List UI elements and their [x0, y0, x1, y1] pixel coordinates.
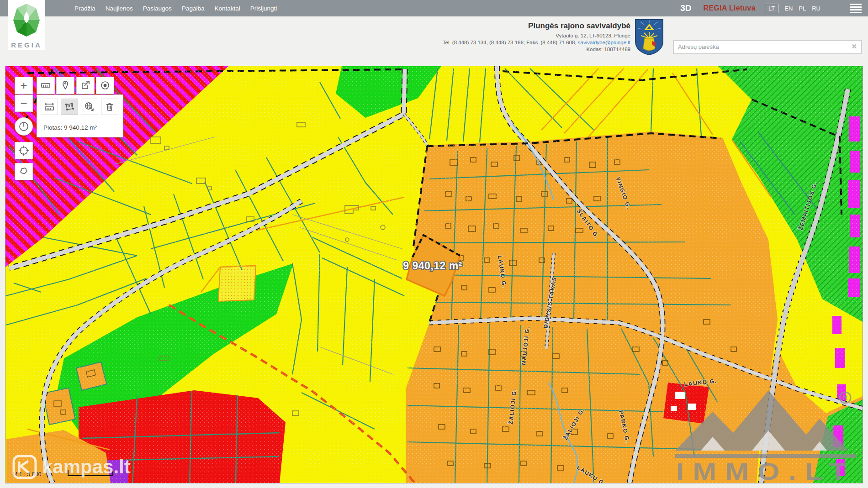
nav-item-paslaugos[interactable]: Paslaugos [139, 5, 176, 12]
search-clear-icon[interactable]: ✕ [851, 42, 857, 51]
regia-gem-icon [12, 3, 41, 38]
marker-tool-button[interactable] [56, 77, 74, 94]
measure-tool-button[interactable] [37, 77, 55, 94]
zoom-in-button[interactable]: + [15, 77, 33, 94]
address-search-box: ✕ [673, 40, 862, 54]
map-pin-icon [60, 80, 71, 91]
email-link[interactable]: savivaldybe@plunge.lt [578, 40, 630, 45]
main-menu: Pradžia Naujienos Paslaugos Pagalba Kont… [70, 0, 281, 16]
length-ruler-icon [44, 101, 55, 112]
address-search-input[interactable] [674, 41, 847, 52]
share-icon [80, 80, 91, 91]
nav-right-group: 3D REGIA Lietuva LT EN PL RU [680, 0, 862, 16]
municipality-title: Plungės rajono savivaldybė [443, 21, 630, 31]
point-info-button[interactable] [96, 77, 114, 94]
area-measure-icon [64, 101, 75, 112]
regia-logo[interactable]: REGIA [8, 0, 45, 50]
view-3d-button[interactable]: 3D [680, 3, 691, 13]
phone-text: Tel. (8 448) 73 134, (8 448) 73 166; Fak… [443, 40, 577, 45]
plus-icon: + [20, 79, 27, 91]
regia-logo-text: REGIA [8, 41, 45, 49]
scale-label: M 1 : 5 000 [13, 471, 42, 478]
language-en-button[interactable]: EN [784, 5, 793, 12]
clock-icon [18, 121, 29, 132]
coat-of-arms [634, 18, 664, 58]
hamburger-menu-icon[interactable] [850, 4, 862, 13]
measure-panel: Plotas: 9 940,12 m² [37, 94, 123, 137]
share-tool-button[interactable] [76, 77, 95, 94]
language-ru-button[interactable]: RU [812, 5, 820, 12]
parcel-area-label: 9 940,12 m² [403, 260, 462, 272]
municipality-code: Kodas: 188714469 [443, 46, 630, 53]
measure-coordinates-button[interactable] [81, 99, 98, 115]
nav-item-pagalba[interactable]: Pagalba [178, 5, 209, 12]
geolocate-button[interactable] [15, 142, 33, 159]
time-slider-button[interactable] [15, 117, 33, 136]
map-viewport[interactable]: 9 940,12 m² ŠLAITO G. VINGIO G. DIDYSIS … [5, 66, 863, 483]
minus-icon: − [20, 97, 27, 109]
area-readout: Plotas: 9 940,12 m² [43, 124, 97, 131]
top-navigation-bar: Pradžia Naujienos Paslaugos Pagalba Kont… [0, 0, 868, 16]
zoom-out-button[interactable]: − [15, 94, 33, 112]
crosshair-icon [18, 145, 29, 156]
municipality-contacts: Tel. (8 448) 73 134, (8 448) 73 166; Fak… [443, 39, 630, 46]
municipality-address: Vytauto g. 12, LT-90123, Plungė [443, 32, 630, 39]
measure-length-button[interactable] [41, 99, 58, 115]
language-pl-button[interactable]: PL [799, 5, 806, 12]
scale-bar [68, 470, 113, 476]
language-lt-button[interactable]: LT [765, 4, 778, 13]
globe-cursor-icon [84, 101, 95, 112]
nav-item-kontaktai[interactable]: Kontaktai [210, 5, 244, 12]
freehand-select-button[interactable] [15, 163, 33, 180]
nav-item-naujienos[interactable]: Naujienos [101, 5, 137, 12]
page-header: Plungės rajono savivaldybė Vytauto g. 12… [0, 16, 868, 66]
trash-icon [104, 101, 115, 112]
map-canvas[interactable]: 9 940,12 m² ŠLAITO G. VINGIO G. DIDYSIS … [5, 66, 863, 483]
ruler-icon [40, 80, 51, 91]
nav-item-pradzia[interactable]: Pradžia [70, 5, 100, 12]
nav-item-prisijungti[interactable]: Prisijungti [246, 5, 281, 12]
clear-measurement-button[interactable] [101, 99, 118, 115]
regia-lietuva-link[interactable]: REGIA Lietuva [704, 4, 756, 12]
circle-dot-icon [100, 80, 111, 91]
municipality-info: Plungės rajono savivaldybė Vytauto g. 12… [443, 21, 630, 53]
lasso-icon [18, 166, 29, 177]
measure-area-button[interactable] [61, 99, 78, 115]
